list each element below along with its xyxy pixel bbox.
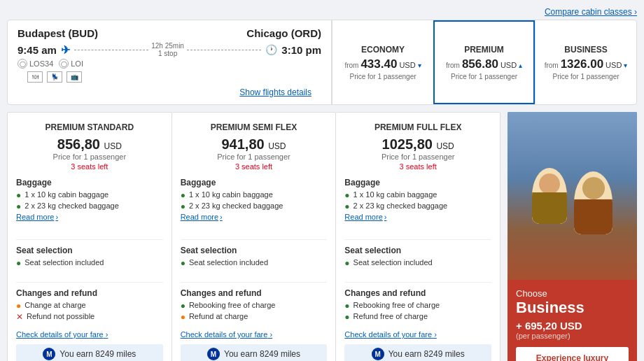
fare-card-standard: PREMIUM STANDARD 856,80 USD Price for 1 … — [7, 112, 172, 361]
check-icon: ● — [16, 258, 21, 268]
departure-time: 9:45 am — [18, 44, 57, 56]
fare-details-link-1[interactable]: Check details of your fare › — [181, 330, 328, 339]
main-content: PREMIUM STANDARD 856,80 USD Price for 1 … — [7, 112, 637, 361]
code-circle-1: ◯ — [18, 59, 27, 69]
stops: 1 stop — [158, 50, 177, 57]
m-logo: M — [207, 348, 220, 360]
fare-feature: ● Refund free of charge — [344, 312, 491, 322]
fare-feature: ● 2 x 23 kg checked baggage — [344, 201, 491, 211]
check-icon: ● — [181, 301, 186, 311]
fare-feature: ● 1 x 10 kg cabin baggage — [16, 190, 163, 200]
check-icon: ● — [344, 190, 349, 200]
seat-section-0: Seat selection ● Seat selection included — [16, 246, 163, 269]
code-circle-2: ◯ — [59, 59, 69, 69]
fare-seats-1: 3 seats left — [181, 162, 328, 171]
ad-choose-text: Choose — [516, 288, 629, 299]
check-icon: ● — [181, 190, 186, 200]
fare-price-1: 941,80 USD — [181, 136, 328, 153]
baggage-section-2: Baggage ● 1 x 10 kg cabin baggage ● 2 x … — [344, 178, 491, 227]
fare-feature: ● 2 x 23 kg checked baggage — [16, 201, 163, 211]
check-icon: ● — [344, 201, 349, 211]
fare-details-link-0[interactable]: Check details of your fare › — [16, 330, 163, 339]
check-icon: ● — [16, 301, 21, 311]
read-more-2[interactable]: Read more › — [344, 213, 491, 221]
fare-title-1: PREMIUM SEMI FLEX — [181, 122, 328, 132]
ad-price: + 695,20 USD — [516, 320, 629, 332]
check-icon: ● — [16, 190, 21, 200]
changes-section-0: Changes and refund ● Change at charge ✕ … — [16, 288, 163, 323]
origin-city: Budapest (BUD) — [18, 27, 98, 39]
fare-cards: PREMIUM STANDARD 856,80 USD Price for 1 … — [7, 112, 500, 361]
m-logo: M — [43, 348, 55, 360]
price-box-economy[interactable]: ECONOMY from 433.40 USD ▾ Price for 1 pa… — [332, 20, 433, 104]
check-icon: ● — [181, 312, 186, 322]
miles-badge-2: M You earn 8249 miles — [344, 344, 491, 361]
amenity-icon-3: 📺 — [66, 71, 82, 83]
flight-code-1: LOS34 — [29, 59, 53, 68]
fare-feature: ● Seat selection included — [16, 258, 163, 268]
amenity-icon-1: 🍽 — [27, 71, 43, 83]
compare-link[interactable]: Compare cabin classes › — [7, 7, 637, 17]
check-icon: ● — [344, 312, 349, 322]
fare-feature: ● Seat selection included — [181, 258, 328, 268]
seat-section-2: Seat selection ● Seat selection included — [344, 246, 491, 269]
fare-pax-1: Price for 1 passenger — [181, 153, 328, 161]
business-chevron: ▾ — [624, 62, 627, 69]
show-flights-details[interactable]: Show flights details — [239, 85, 321, 101]
miles-badge-0: M You earn 8249 miles — [16, 344, 163, 361]
fare-seats-2: 3 seats left — [344, 162, 491, 171]
read-more-1[interactable]: Read more › — [181, 213, 328, 221]
check-icon: ● — [181, 201, 186, 211]
seat-section-1: Seat selection ● Seat selection included — [181, 246, 328, 269]
price-box-business[interactable]: BUSINESS from 1326.00 USD ▾ Price for 1 … — [535, 20, 636, 104]
amenity-icon-2: 💺 — [47, 71, 62, 83]
check-icon: ● — [344, 258, 349, 268]
fare-feature: ● Seat selection included — [344, 258, 491, 268]
changes-section-2: Changes and refund ● Rebooking free of c… — [344, 288, 491, 323]
clock-icon: 🕐 — [265, 44, 277, 55]
check-icon: ● — [344, 301, 349, 311]
fare-title-0: PREMIUM STANDARD — [16, 122, 163, 132]
premium-chevron: ▴ — [519, 62, 522, 69]
fare-feature: ● 1 x 10 kg cabin baggage — [181, 190, 328, 200]
fare-pax-0: Price for 1 passenger — [16, 153, 163, 161]
price-box-premium[interactable]: PREMIUM from 856.80 USD ▴ Price for 1 pa… — [433, 20, 535, 104]
sidebar-ad: Choose Business + 695,20 USD (per passen… — [507, 112, 637, 361]
fare-feature: ● 2 x 23 kg checked baggage — [181, 201, 328, 211]
economy-chevron: ▾ — [418, 62, 421, 69]
experience-luxury-button[interactable]: Experience luxury — [516, 347, 629, 361]
arrival-time: 3:10 pm — [281, 44, 321, 56]
dest-city: Chicago (ORD) — [246, 27, 321, 39]
fare-price-0: 856,80 USD — [16, 136, 163, 153]
fare-card-semi-flex: PREMIUM SEMI FLEX 941,80 USD Price for 1… — [172, 112, 337, 361]
fare-feature: ● Refund at charge — [181, 312, 328, 322]
ad-image — [507, 112, 637, 280]
check-icon: ● — [181, 258, 186, 268]
price-boxes: ECONOMY from 433.40 USD ▾ Price for 1 pa… — [331, 20, 636, 104]
m-logo: M — [372, 348, 384, 360]
ad-text-box: Choose Business + 695,20 USD (per passen… — [507, 280, 637, 361]
fare-details-link-2[interactable]: Check details of your fare › — [344, 330, 491, 339]
plane-icon: ✈ — [61, 43, 70, 57]
ad-business-text: Business — [516, 299, 629, 317]
ad-per-pax: (per passenger) — [516, 332, 629, 340]
fare-feature: ● Rebooking free of charge — [344, 301, 491, 311]
baggage-section-1: Baggage ● 1 x 10 kg cabin baggage ● 2 x … — [181, 178, 328, 227]
read-more-0[interactable]: Read more › — [16, 213, 163, 221]
fare-feature: ● Change at charge — [16, 301, 163, 311]
miles-badge-1: M You earn 8249 miles — [181, 344, 328, 361]
check-icon: ✕ — [16, 312, 23, 322]
fare-feature: ● 1 x 10 kg cabin baggage — [344, 190, 491, 200]
fare-title-2: PREMIUM FULL FLEX — [344, 122, 491, 132]
flight-code-2: LOI — [71, 59, 83, 68]
fare-seats-0: 3 seats left — [16, 162, 163, 171]
fare-card-full-flex: PREMIUM FULL FLEX 1025,80 USD Price for … — [336, 112, 500, 361]
fare-feature: ● Rebooking free of charge — [181, 301, 328, 311]
baggage-section-0: Baggage ● 1 x 10 kg cabin baggage ● 2 x … — [16, 178, 163, 227]
flight-info: Budapest (BUD) Chicago (ORD) 9:45 am ✈ 1… — [8, 20, 331, 104]
duration: 12h 25min — [151, 42, 184, 50]
fare-pax-2: Price for 1 passenger — [344, 153, 491, 161]
changes-section-1: Changes and refund ● Rebooking free of c… — [181, 288, 328, 323]
fare-price-2: 1025,80 USD — [344, 136, 491, 153]
fare-feature: ✕ Refund not possible — [16, 312, 163, 322]
